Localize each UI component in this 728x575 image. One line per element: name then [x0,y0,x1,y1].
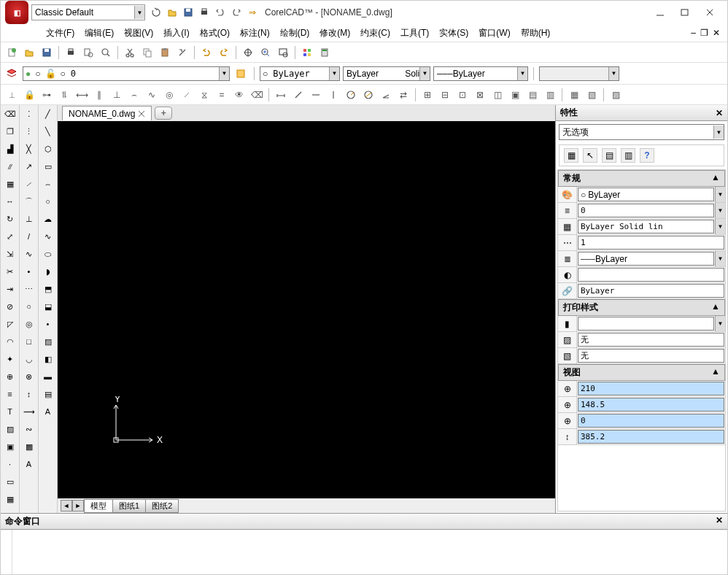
line-ends-icon[interactable]: ⋮ [22,124,36,139]
dot-icon[interactable]: • [22,264,36,279]
fillet-icon[interactable]: ◠ [3,334,18,349]
circle-tool-icon[interactable]: ○ [41,194,55,209]
auto-constrain-icon[interactable]: ⟂ [4,88,19,102]
tangent-line-icon[interactable]: ⊥ [22,212,36,226]
dim-linear-icon[interactable] [274,88,288,102]
donut-icon[interactable]: ◎ [22,317,36,331]
dim-vertical-icon[interactable] [326,88,341,102]
quick-select-icon[interactable]: ↖ [583,148,597,163]
colinear-icon[interactable]: ⟋ [179,88,194,102]
print-preview-icon[interactable] [81,45,96,60]
arc3p-icon[interactable]: ⌒ [22,194,36,209]
section-print[interactable]: 打印样式▲ [558,299,725,316]
dim-points-icon[interactable]: ⁚ [22,107,36,121]
dim-diameter-icon[interactable] [361,88,376,102]
toggle-pick-icon[interactable]: ▦ [564,148,578,163]
print-tb-icon[interactable] [63,45,78,60]
linetype-combo[interactable]: ByLayer Soli ▼ [343,66,430,81]
show-hide-icon[interactable]: 👁 [232,88,247,102]
props-scroll[interactable]: 常规▲ 🎨○ByLayer▼ ≡0▼ ▦ByLayer Solid lin▼ ⋯… [557,169,726,512]
equal-icon[interactable]: = [214,88,229,102]
dimc-2-icon[interactable]: ⊟ [438,88,452,102]
mdi-minimize-icon[interactable]: – [691,28,696,38]
layer-manager-icon[interactable] [4,66,19,81]
selection-combo[interactable]: 无选项 ▼ [559,124,724,140]
menu-entity[interactable]: 实体(S) [435,26,473,41]
tab-sheet2[interactable]: 图纸2 [145,499,179,513]
concentric-icon[interactable]: ◎ [162,88,177,102]
menu-view[interactable]: 视图(V) [120,26,158,41]
menu-window[interactable]: 窗口(W) [474,26,514,41]
hatch-icon[interactable]: ▨ [41,334,55,349]
prop-vx[interactable]: 210 [578,382,724,395]
text-tool-icon[interactable]: T [3,404,18,419]
break2-icon[interactable]: ⊗ [22,369,36,384]
make-block-icon[interactable]: ⬓ [41,299,55,314]
parallel-icon[interactable]: ∥ [92,88,107,102]
print-icon[interactable] [197,5,212,20]
dimc-5-icon[interactable]: ◫ [490,88,505,102]
open-icon[interactable] [165,5,179,20]
panel-title-bar[interactable]: 特性 ✕ [556,105,727,121]
symmetric-icon[interactable]: ⧖ [197,88,212,102]
mtext-icon[interactable]: A [41,404,55,419]
divide-icon[interactable]: ⋯ [22,282,36,296]
scroll-right-icon[interactable]: ► [72,500,84,512]
table-tool-icon[interactable]: ▤ [41,387,55,401]
close-cmd-icon[interactable]: ✕ [716,515,723,528]
maximize-button[interactable] [676,6,694,19]
collapse-icon[interactable]: ▲ [711,301,720,314]
arc-mod-icon[interactable]: ◡ [22,352,36,366]
prop-printstyle[interactable] [578,317,714,331]
dimc-8-icon[interactable]: ▥ [543,88,557,102]
join-icon[interactable]: ⊕ [3,369,18,384]
down-arrow-icon[interactable]: ⇒ [245,5,260,20]
redo-icon[interactable] [229,5,244,20]
help-icon[interactable]: ? [640,148,654,163]
coincident-icon[interactable]: ⊶ [39,88,54,102]
circle-icon[interactable]: ○ [22,299,36,314]
undo-icon[interactable] [213,5,228,20]
spline-icon[interactable]: ∿ [41,229,55,244]
close-panel-icon[interactable]: ✕ [716,108,723,118]
ellipse-arc-icon[interactable]: ◗ [41,264,55,279]
dimc-3-icon[interactable]: ⊡ [455,88,470,102]
redo-tb-icon[interactable] [217,45,231,60]
prop-linetype[interactable]: ByLayer Solid lin [578,220,714,234]
scroll-left-icon[interactable]: ◄ [61,500,72,512]
refresh-icon[interactable] [149,5,163,20]
ellipse-icon[interactable]: ⬭ [41,247,55,261]
prop-link[interactable]: ByLayer [578,284,724,298]
polygon-icon[interactable]: ⬡ [41,142,55,156]
prop-vh[interactable]: 385.2 [578,430,724,444]
command-title-bar[interactable]: 命令窗口 ✕ [1,514,727,530]
copy-tool-icon[interactable]: ❐ [3,124,18,139]
menu-annotate[interactable]: 标注(N) [236,26,274,41]
save-icon[interactable] [181,5,195,20]
dimc-show-icon[interactable]: ▦ [567,88,581,102]
vertical-icon[interactable]: ⥮ [57,88,71,102]
collapse-icon[interactable]: ▲ [711,366,720,379]
perpendicular-icon[interactable]: ⊥ [109,88,124,102]
ray-icon[interactable]: ↗ [22,159,36,174]
edit-pline-icon[interactable]: ⟿ [22,404,36,419]
edit-spline-icon[interactable]: ∾ [22,422,36,436]
break-icon[interactable]: ⊘ [3,299,18,314]
chevron-down-icon[interactable]: ▼ [715,251,725,266]
pan-icon[interactable] [241,45,255,60]
save-disk-icon[interactable] [39,45,54,60]
zoom-window-icon[interactable] [276,45,290,60]
hatch-tool-icon[interactable]: ▨ [3,422,18,436]
prop-printno2[interactable]: 无 [578,349,724,363]
new-doc-icon[interactable] [4,45,19,60]
menu-constrain[interactable]: 约束(C) [356,26,395,41]
command-history[interactable] [1,530,727,575]
rectangle-icon[interactable]: ▭ [41,159,55,174]
copy-icon[interactable] [140,45,155,60]
menu-insert[interactable]: 插入(I) [159,26,193,41]
chevron-down-icon[interactable]: ▼ [134,6,144,19]
dim-radius-icon[interactable] [344,88,358,102]
calc-icon[interactable] [317,45,332,60]
section-general[interactable]: 常规▲ [558,170,725,187]
lineweight-combo[interactable]: ———ByLayer ▼ [433,66,528,81]
